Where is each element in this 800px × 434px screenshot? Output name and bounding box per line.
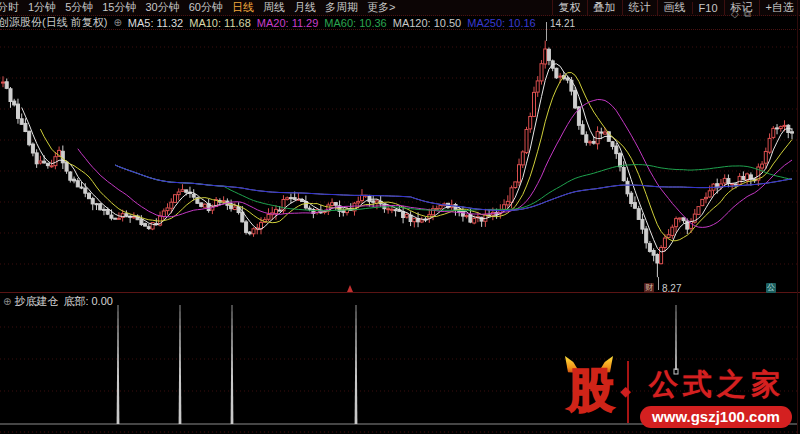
period-tab[interactable]: 60分钟 bbox=[189, 0, 223, 15]
brand-url: www.gszj100.com bbox=[640, 406, 792, 428]
diamond-icon[interactable]: ◇ bbox=[731, 8, 744, 19]
indicator-value: 底部: 0.00 bbox=[63, 295, 113, 307]
toolbar-button[interactable]: 画线 bbox=[657, 0, 692, 15]
logo-character: 股 bbox=[562, 363, 620, 419]
period-tab[interactable]: 5分钟 bbox=[65, 0, 93, 15]
ma-legend-item: MA5: 11.32 bbox=[128, 17, 183, 29]
brand-name: 公式之家 bbox=[640, 365, 794, 405]
toolbar-actions: 复权叠加统计画线F10标记+自选 bbox=[552, 0, 800, 15]
logo-diamond-icon: ◆ bbox=[620, 383, 631, 399]
toolbar-button[interactable]: 叠加 bbox=[587, 0, 622, 15]
chart-info-bar: 创源股份(日线 前复权) ⊕ MA5: 11.32MA10: 11.68MA20… bbox=[0, 16, 800, 30]
period-toolbar: 分时1分钟5分钟15分钟30分钟60分钟日线周线月线多周期更多> 复权叠加统计画… bbox=[0, 0, 800, 16]
period-tab[interactable]: 月线 bbox=[294, 0, 316, 15]
high-price-annotation: 14.21 bbox=[546, 22, 587, 41]
toolbar-button[interactable]: F10 bbox=[692, 2, 724, 14]
period-tab[interactable]: 日线 bbox=[232, 0, 254, 15]
watermark-logo: 股 ◆ 公式之家 www.gszj100.com bbox=[558, 355, 796, 432]
stock-app-window: 分时1分钟5分钟15分钟30分钟60分钟日线周线月线多周期更多> 复权叠加统计画… bbox=[0, 0, 800, 434]
settings-icon[interactable]: ⊕ bbox=[3, 296, 11, 307]
period-tab[interactable]: 多周期 bbox=[325, 0, 358, 15]
main-price-chart[interactable]: 14.218.27 bbox=[0, 30, 800, 293]
period-tab[interactable]: 1分钟 bbox=[28, 0, 56, 15]
event-badge[interactable]: 财 bbox=[644, 283, 654, 293]
toolbar-button[interactable]: 统计 bbox=[622, 0, 657, 15]
toolbar-button[interactable]: 复权 bbox=[552, 0, 587, 15]
period-tab[interactable]: 更多> bbox=[367, 0, 395, 15]
ma-legend-item: MA20: 11.29 bbox=[257, 17, 319, 29]
low-price-annotation: 8.27 bbox=[658, 277, 699, 290]
stock-label: 创源股份(日线 前复权) bbox=[0, 16, 107, 30]
toolbar-button[interactable]: +自选 bbox=[759, 0, 800, 15]
ma-legend-item: MA120: 10.50 bbox=[393, 17, 462, 29]
annotation-text: 14.21 bbox=[550, 18, 575, 29]
period-tab[interactable]: 15分钟 bbox=[102, 0, 136, 15]
period-tab[interactable]: 30分钟 bbox=[146, 0, 180, 15]
indicator-label: ⊕抄底建仓底部: 0.00 bbox=[3, 294, 113, 309]
ma-legend-item: MA60: 10.36 bbox=[324, 17, 386, 29]
period-tabs: 分时1分钟5分钟15分钟30分钟60分钟日线周线月线多周期更多> bbox=[0, 0, 395, 15]
ma-legend-item: MA250: 10.16 bbox=[467, 17, 536, 29]
chart-corner-icons: ◇⧉ bbox=[731, 8, 756, 20]
candlestick-canvas[interactable] bbox=[0, 30, 800, 292]
settings-icon[interactable]: ⊕ bbox=[113, 17, 121, 28]
event-badge[interactable]: 公 bbox=[766, 283, 776, 293]
window-layout-icon[interactable]: ⧉ bbox=[744, 8, 756, 19]
indicator-title: 抄底建仓 bbox=[14, 295, 58, 307]
period-tab[interactable]: 周线 bbox=[263, 0, 285, 15]
ma-value-list: MA5: 11.32MA10: 11.68MA20: 11.29MA60: 10… bbox=[128, 17, 542, 29]
period-tab[interactable]: 分时 bbox=[0, 0, 19, 15]
ma-legend-item: MA10: 11.68 bbox=[189, 17, 251, 29]
window-right-border bbox=[797, 0, 798, 434]
event-marker-icon[interactable] bbox=[347, 285, 353, 292]
